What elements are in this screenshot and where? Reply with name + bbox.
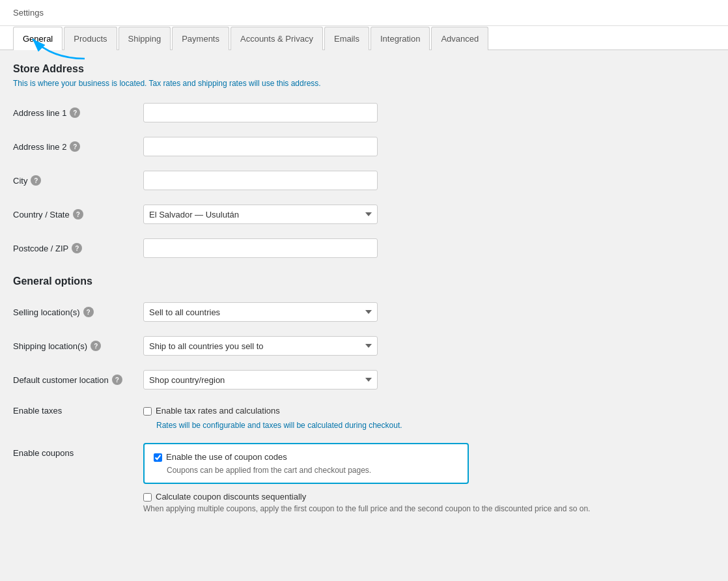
enable-taxes-checkbox[interactable] xyxy=(143,407,152,416)
city-help-icon[interactable]: ? xyxy=(31,175,41,186)
selling-locations-row: Selling location(s) ? Sell to all countr… xyxy=(13,300,638,324)
enable-taxes-desc: Rates will be configurable and taxes wil… xyxy=(156,421,402,430)
enable-taxes-checkbox-row: Enable tax rates and calculations xyxy=(143,406,402,416)
address-line1-help-icon[interactable]: ? xyxy=(70,107,80,118)
shipping-locations-label: Shipping location(s) ? xyxy=(13,341,143,351)
store-address-desc: This is where your business is located. … xyxy=(13,79,638,88)
address-line2-label: Address line 2 ? xyxy=(13,141,143,152)
shipping-locations-help-icon[interactable]: ? xyxy=(91,341,101,351)
address-line1-label: Address line 1 ? xyxy=(13,107,143,118)
tab-emails[interactable]: Emails xyxy=(324,27,369,50)
tab-payments[interactable]: Payments xyxy=(172,27,229,50)
enable-coupons-row: Enable coupons Enable the use of coupon … xyxy=(13,440,638,513)
postcode-row: Postcode / ZIP ? xyxy=(13,236,638,260)
tab-products[interactable]: Products xyxy=(64,27,117,50)
calc-coupon-checkbox-label[interactable]: Calculate coupon discounts sequentially xyxy=(156,492,306,502)
default-customer-select[interactable]: Shop country/region Geolocate No locatio… xyxy=(143,370,378,390)
city-label: City ? xyxy=(13,175,143,186)
enable-taxes-field-group: Enable tax rates and calculations Rates … xyxy=(143,406,402,430)
postcode-label: Postcode / ZIP ? xyxy=(13,243,143,253)
enable-coupons-box: Enable the use of coupon codes Coupons c… xyxy=(143,443,469,484)
tab-integration[interactable]: Integration xyxy=(371,27,430,50)
enable-coupons-label: Enable coupons xyxy=(13,443,143,458)
enable-coupons-checkbox-label[interactable]: Enable the use of coupon codes xyxy=(166,452,287,462)
enable-taxes-row: Enable taxes Enable tax rates and calcul… xyxy=(13,402,638,430)
address-line2-input[interactable] xyxy=(143,137,378,156)
city-row: City ? xyxy=(13,169,638,192)
calc-coupon-row: Calculate coupon discounts sequentially xyxy=(143,492,590,502)
enable-taxes-label: Enable taxes xyxy=(13,404,143,416)
shipping-locations-row: Shipping location(s) ? Ship to all count… xyxy=(13,334,638,358)
calc-coupon-desc: When applying multiple coupons, apply th… xyxy=(143,504,590,513)
tab-shipping[interactable]: Shipping xyxy=(119,27,171,50)
main-content: Store Address This is where your busines… xyxy=(0,50,651,550)
enable-coupons-checkbox[interactable] xyxy=(154,453,162,462)
page-title: Settings xyxy=(13,8,44,18)
enable-coupons-desc: Coupons can be applied from the cart and… xyxy=(167,466,458,475)
selling-locations-select[interactable]: Sell to all countries Sell to specific c… xyxy=(143,302,378,322)
address-line1-input[interactable] xyxy=(143,103,378,122)
enable-coupons-field-group: Enable the use of coupon codes Coupons c… xyxy=(143,443,590,513)
general-options-divider: General options xyxy=(13,276,638,287)
default-customer-label: Default customer location ? xyxy=(13,375,143,385)
postcode-input[interactable] xyxy=(143,238,378,258)
shipping-locations-select[interactable]: Ship to all countries you sell to Ship t… xyxy=(143,336,378,356)
tab-general[interactable]: General xyxy=(13,27,63,50)
enable-taxes-checkbox-label[interactable]: Enable tax rates and calculations xyxy=(156,406,280,416)
address-line2-row: Address line 2 ? xyxy=(13,135,638,158)
address-line2-help-icon[interactable]: ? xyxy=(70,141,80,152)
selling-locations-help-icon[interactable]: ? xyxy=(83,307,94,317)
address-line1-row: Address line 1 ? xyxy=(13,101,638,124)
calc-coupon-checkbox[interactable] xyxy=(143,493,152,502)
country-state-row: Country / State ? El Salvador — Usulután xyxy=(13,203,638,226)
selling-locations-label: Selling location(s) ? xyxy=(13,307,143,317)
postcode-help-icon[interactable]: ? xyxy=(72,243,82,253)
city-input[interactable] xyxy=(143,171,378,190)
country-state-help-icon[interactable]: ? xyxy=(73,209,83,220)
default-customer-help-icon[interactable]: ? xyxy=(112,375,122,385)
tab-accounts-privacy[interactable]: Accounts & Privacy xyxy=(231,27,323,50)
country-state-select[interactable]: El Salvador — Usulután xyxy=(143,205,378,224)
tabs-bar: General Products Shipping Payments Accou… xyxy=(0,26,728,50)
store-address-title: Store Address xyxy=(13,63,638,75)
country-state-label: Country / State ? xyxy=(13,209,143,220)
tab-advanced[interactable]: Advanced xyxy=(431,27,488,50)
default-customer-row: Default customer location ? Shop country… xyxy=(13,368,638,391)
general-options-title: General options xyxy=(13,276,638,287)
enable-coupons-checkbox-row: Enable the use of coupon codes xyxy=(154,452,458,462)
